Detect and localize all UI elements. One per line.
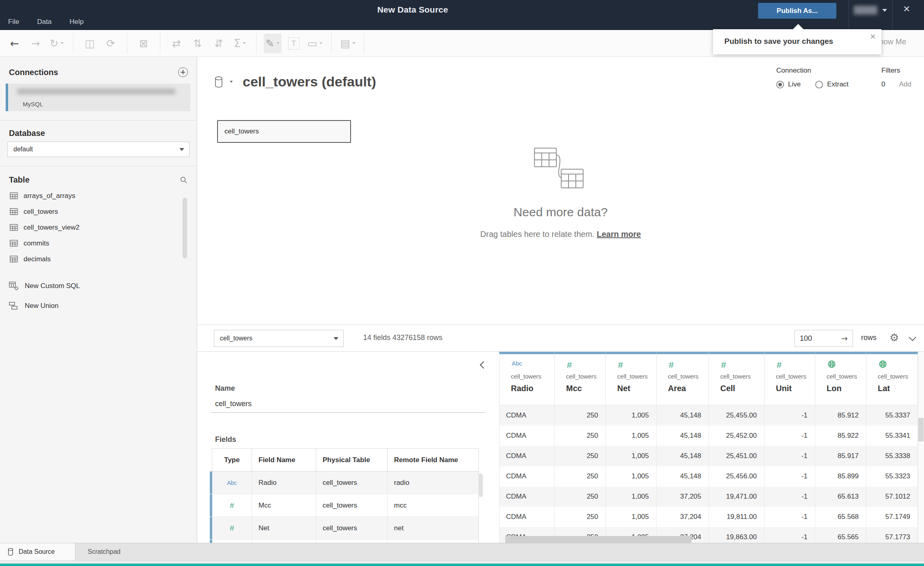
grid-col-header-cell[interactable]: #cell_towersCell: [709, 352, 765, 405]
grid-data-row[interactable]: CDMA2501,00545,14825,455.00-185.91255.33…: [499, 405, 924, 426]
learn-more-link[interactable]: Learn more: [597, 230, 641, 239]
grid-data-row[interactable]: CDMA2501,00537,20519,471.00-165.61357.10…: [499, 486, 924, 507]
preview-table-select[interactable]: cell_towers: [214, 330, 344, 347]
new-union-item[interactable]: New Union: [0, 302, 197, 310]
grid-cell: -1: [765, 507, 815, 527]
grid-col-header-lon[interactable]: cell_towersLon: [815, 352, 866, 405]
grid-cell: 1,005: [606, 405, 657, 426]
grid-col-header-net[interactable]: #cell_towersNet: [606, 352, 657, 405]
gear-icon[interactable]: ⚙: [890, 331, 899, 344]
grid-col-header-unit[interactable]: #cell_towersUnit: [765, 352, 815, 405]
application-window: New Data Source File Data Help Publish A…: [0, 0, 924, 566]
grid-cell: 65.565: [815, 527, 866, 543]
sort-ascending-icon[interactable]: ⇅: [189, 34, 207, 53]
field-row[interactable]: [212, 540, 478, 543]
chevron-down-icon: [882, 9, 887, 12]
grid-col-header-radio[interactable]: Abccell_towersRadio: [499, 352, 555, 405]
add-connection-icon[interactable]: [178, 67, 188, 77]
datasource-menu-caret-icon[interactable]: [230, 81, 233, 83]
chevron-down-icon[interactable]: [909, 334, 916, 341]
grid-col-header-lat[interactable]: cell_towersLat: [866, 352, 918, 405]
field-row[interactable]: #Mcccell_towersmcc: [212, 494, 478, 517]
table-name-label: commits: [24, 239, 49, 247]
grid-data-row[interactable]: CDMA2501,00545,14825,451.00-185.91755.33…: [499, 446, 924, 466]
filters-label: Filters: [881, 67, 911, 75]
clear-sheet-icon[interactable]: ⊠: [135, 34, 153, 53]
row-count-input[interactable]: 100 →: [795, 330, 853, 347]
grid-vertical-scrollbar[interactable]: [918, 352, 924, 543]
grid-data-row[interactable]: CDMA2501,00537,20419,811.00-165.56857.17…: [499, 507, 924, 527]
extract-radio[interactable]: Extract: [815, 80, 849, 88]
refresh-data-icon[interactable]: ⟳: [102, 34, 120, 53]
grid-cell: 85.912: [815, 405, 866, 426]
grid-col-header-mcc[interactable]: #cell_towersMcc: [555, 352, 606, 405]
connections-header: Connections: [9, 68, 58, 77]
fields-scrollbar-thumb[interactable]: [478, 473, 483, 497]
user-account-menu[interactable]: [854, 6, 887, 15]
grid-vertical-scrollbar-thumb[interactable]: [918, 418, 924, 441]
grid-cell: -1: [765, 527, 815, 543]
text-label-icon[interactable]: T: [285, 34, 303, 53]
show-cards-icon[interactable]: ▤: [339, 34, 357, 53]
sidebar-table-decimals[interactable]: decimals: [0, 251, 197, 267]
dropdown-caret-icon: [60, 42, 64, 44]
replay-icon[interactable]: ↻: [48, 34, 66, 53]
menu-data[interactable]: Data: [37, 18, 52, 26]
tab-scratchpad[interactable]: Scratchpad: [75, 543, 121, 560]
grid-data-row[interactable]: CDMA2501,00545,14825,456.00-185.89955.33…: [499, 466, 924, 486]
sidebar-scrollbar-thumb[interactable]: [183, 198, 187, 258]
apply-arrow-icon[interactable]: →: [841, 334, 848, 343]
connection-item[interactable]: MySQL: [6, 84, 190, 111]
highlight-icon[interactable]: ✎: [264, 34, 282, 53]
fields-label: Fields: [215, 435, 236, 444]
database-select[interactable]: default: [7, 142, 190, 157]
search-icon[interactable]: [180, 176, 188, 184]
grid-cell: 250: [555, 446, 606, 466]
table-chip-cell-towers[interactable]: cell_towers: [217, 120, 351, 143]
number-type-icon: #: [721, 360, 764, 371]
filters-add-link[interactable]: Add: [899, 80, 911, 88]
fit-icon[interactable]: ▭: [306, 34, 324, 53]
field-row[interactable]: #Netcell_towersnet: [212, 517, 478, 540]
tab-data-source[interactable]: Data Source: [0, 543, 75, 560]
redo-icon[interactable]: →: [27, 34, 45, 53]
tooltip-close-icon[interactable]: ×: [870, 31, 876, 42]
publish-as-button[interactable]: Publish As...: [758, 3, 836, 19]
grid-cell: CDMA: [499, 426, 555, 446]
toolbar-separator: [364, 33, 364, 54]
collapse-pane-icon[interactable]: [480, 361, 487, 368]
swap-rows-columns-icon[interactable]: ⇄: [168, 34, 185, 53]
grid-col-table-label: cell_towers: [511, 373, 554, 380]
sidebar-table-cell_towers[interactable]: cell_towers: [0, 204, 197, 220]
grid-cell: 1,005: [606, 486, 657, 507]
grid-cell: 85.917: [815, 446, 866, 466]
union-icon: [9, 302, 19, 310]
field-row[interactable]: AbcRadiocell_towersradio: [212, 471, 478, 494]
grid-cell: 37,204: [657, 507, 709, 527]
sort-descending-icon[interactable]: ⇵: [210, 34, 228, 53]
menu-help[interactable]: Help: [69, 18, 84, 26]
undo-icon[interactable]: ←: [6, 34, 24, 53]
grid-col-name: Cell: [720, 384, 764, 393]
totals-icon-glyph: Σ: [234, 37, 240, 49]
menu-file[interactable]: File: [8, 18, 19, 26]
datasource-title: cell_towers (default): [243, 74, 376, 90]
grid-cell: 45,148: [657, 446, 709, 466]
new-custom-sql-item[interactable]: New Custom SQL: [0, 282, 197, 291]
sidebar-table-arrays_of_arrays[interactable]: arrays_of_arrays: [0, 188, 197, 204]
sidebar-table-cell_towers_view2[interactable]: cell_towers_view2: [0, 220, 197, 235]
sidebar-table-commits[interactable]: commits: [0, 235, 197, 251]
grid-horizontal-scrollbar-thumb[interactable]: [505, 536, 691, 543]
grid-col-table-label: cell_towers: [827, 373, 866, 380]
empty-state-subtitle: Drag tables here to relate them. Learn m…: [480, 230, 641, 239]
grid-col-header-area[interactable]: #cell_towersArea: [657, 352, 709, 405]
totals-icon[interactable]: Σ: [231, 34, 249, 53]
grid-cell: 45,148: [657, 466, 709, 486]
name-input[interactable]: cell_towers: [210, 397, 486, 413]
grid-data-row[interactable]: CDMA2501,00545,14825,452.00-185.92255.33…: [499, 426, 924, 446]
live-radio[interactable]: Live: [776, 80, 801, 88]
pause-updates-icon[interactable]: ◫: [81, 34, 99, 53]
toolbar-separator: [331, 33, 332, 54]
close-window-icon[interactable]: ×: [903, 3, 910, 15]
field-type-cell: #: [212, 494, 252, 517]
